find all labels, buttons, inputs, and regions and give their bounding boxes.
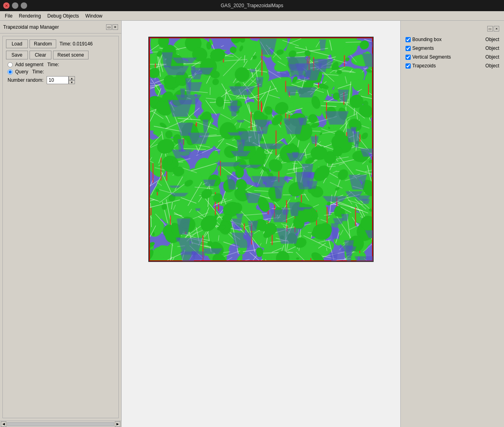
- debug-item-2: Vertical Segments Object: [406, 54, 499, 60]
- debug-item-1: Segments Object: [406, 45, 499, 51]
- number-random-label: Number random:: [8, 77, 43, 83]
- debug-value-1: Object: [485, 45, 499, 51]
- titlebar: ✕ GAS_2020_TrapezoidalMaps: [0, 0, 504, 11]
- debug-label-1: Segments: [412, 45, 434, 51]
- spinner-down-button[interactable]: ▼: [69, 80, 75, 84]
- debug-label-0: Bounding box: [412, 37, 441, 42]
- trapezoidal-canvas[interactable]: [149, 37, 373, 261]
- load-random-row: Load Random Time: 0.019146: [6, 39, 115, 48]
- save-clear-row: Save Clear Reset scene: [6, 51, 115, 59]
- add-segment-row: Add segment Time:: [6, 62, 115, 67]
- debug-item-3: Trapezoids Object: [406, 63, 499, 69]
- query-time: Time:: [32, 69, 44, 75]
- debug-checkbox-0[interactable]: [406, 37, 411, 42]
- query-label: Query: [15, 69, 28, 75]
- center-area: [122, 21, 400, 427]
- menu-debug-objects[interactable]: Debug Objects: [44, 12, 82, 20]
- titlebar-controls: ✕: [3, 2, 27, 9]
- debug-checkbox-3[interactable]: [406, 63, 411, 69]
- spinner-up-button[interactable]: ▲: [69, 76, 75, 80]
- debug-items-container: Bounding box Object Segments Object Vert…: [406, 37, 499, 69]
- maximize-button[interactable]: [21, 2, 27, 9]
- panel-restore-button[interactable]: ▭: [106, 24, 112, 30]
- query-row: Query Time:: [6, 69, 115, 75]
- panel-close-button[interactable]: ✕: [112, 24, 118, 30]
- menu-window[interactable]: Window: [82, 12, 106, 20]
- canvas-container: [148, 37, 374, 262]
- right-panel: ▭ ✕ Bounding box Object Segments Object …: [400, 21, 504, 427]
- query-radio[interactable]: [8, 69, 13, 75]
- spinner-buttons: ▲ ▼: [69, 76, 75, 84]
- left-panel-header: Trapezoidal map Manager ▭ ✕: [0, 21, 121, 33]
- add-segment-label: Add segment: [15, 62, 43, 67]
- debug-item-0: Bounding box Object: [406, 37, 499, 42]
- right-panel-restore[interactable]: ▭: [487, 26, 493, 31]
- debug-left-0: Bounding box: [406, 37, 441, 42]
- debug-left-1: Segments: [406, 45, 434, 51]
- debug-value-2: Object: [485, 54, 499, 60]
- left-panel-title: Trapezoidal map Manager: [3, 24, 59, 30]
- clear-button[interactable]: Clear: [30, 51, 51, 59]
- save-button[interactable]: Save: [6, 51, 28, 59]
- scroll-track[interactable]: [7, 422, 114, 426]
- left-panel-inner: Load Random Time: 0.019146 Save Clear Re…: [2, 36, 119, 418]
- scroll-left-button[interactable]: ◀: [1, 421, 6, 427]
- left-panel-scrollbar: ◀ ▶: [0, 421, 121, 427]
- menubar: File Rendering Debug Objects Window: [0, 11, 504, 21]
- minimize-button[interactable]: [12, 2, 18, 9]
- random-button[interactable]: Random: [30, 39, 56, 48]
- number-random-input[interactable]: [47, 76, 69, 84]
- window-title: GAS_2020_TrapezoidalMaps: [221, 3, 284, 8]
- debug-left-2: Vertical Segments: [406, 54, 451, 60]
- main-content: Trapezoidal map Manager ▭ ✕ Load Random …: [0, 21, 504, 427]
- menu-file[interactable]: File: [2, 12, 16, 20]
- number-random-spinner: ▲ ▼: [47, 76, 75, 84]
- time-display: Time: 0.019146: [59, 41, 93, 47]
- debug-checkbox-1[interactable]: [406, 46, 411, 51]
- debug-label-2: Vertical Segments: [412, 54, 451, 60]
- right-panel-header: ▭ ✕: [406, 24, 499, 33]
- load-button[interactable]: Load: [6, 39, 28, 48]
- add-segment-radio[interactable]: [8, 62, 13, 67]
- add-segment-time: Time:: [47, 62, 59, 67]
- left-panel-header-controls: ▭ ✕: [106, 24, 118, 30]
- debug-label-3: Trapezoids: [412, 63, 436, 69]
- reset-scene-button[interactable]: Reset scene: [53, 51, 89, 59]
- menu-rendering[interactable]: Rendering: [16, 12, 44, 20]
- debug-value-3: Object: [485, 63, 499, 69]
- scroll-right-button[interactable]: ▶: [115, 421, 120, 427]
- number-random-row: Number random: ▲ ▼: [6, 76, 115, 84]
- left-panel: Trapezoidal map Manager ▭ ✕ Load Random …: [0, 21, 122, 427]
- right-panel-close[interactable]: ✕: [494, 26, 499, 31]
- debug-left-3: Trapezoids: [406, 63, 436, 69]
- debug-checkbox-2[interactable]: [406, 55, 411, 60]
- debug-value-0: Object: [485, 37, 499, 42]
- close-button[interactable]: ✕: [3, 2, 10, 9]
